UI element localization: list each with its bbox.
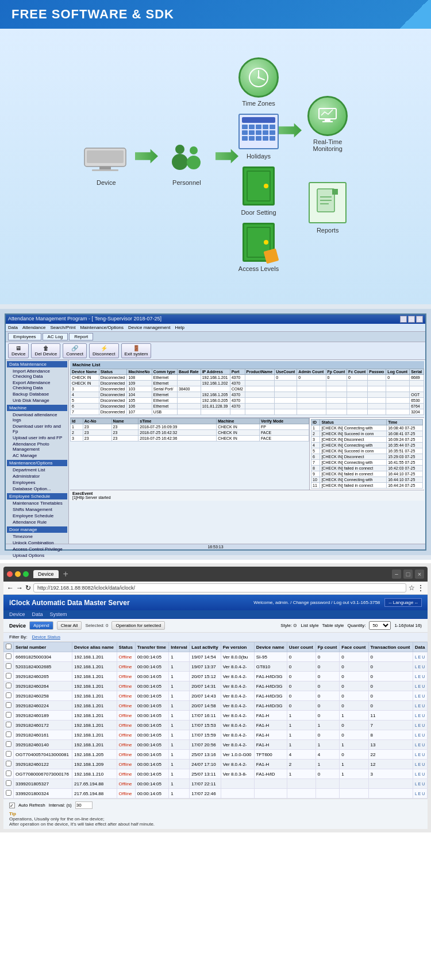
device-row-checkbox[interactable] [4,672,14,681]
nav-more[interactable]: ⋮ [417,584,424,592]
sidebar-upload-user[interactable]: Upload user info and FP [7,435,67,441]
sidebar-timezone[interactable]: Timezone [7,533,67,540]
device-row[interactable]: OGT70400570413000081192.168.1.205Offline… [4,750,428,760]
device-row[interactable]: 3929182460264192.168.1.201Offline00:00:1… [4,681,428,691]
sidebar-employees[interactable]: Employees [7,479,67,486]
browser-minimize[interactable]: − [392,570,401,579]
toolbar-disconnect-btn[interactable]: ⚡ Disconnect [89,343,119,358]
device-row-checkbox[interactable] [4,681,14,691]
nav-forward[interactable]: → [16,584,23,592]
machine-row[interactable]: 5Disconnected105Ethernet192.168.0.205437… [71,398,424,404]
sidebar-download-user[interactable]: Download user info and Fp [7,423,67,435]
menu-help[interactable]: Help [175,325,184,330]
device-row-checkbox[interactable] [4,701,14,711]
tab-aclog[interactable]: AC Log [43,333,68,340]
sidebar-emp-schedule[interactable]: Employee Schedule [7,513,67,519]
event-row[interactable]: 323232018-07-25 16:42:36CHECK INFACE [71,436,309,441]
device-row[interactable]: 3929182460258192.168.1.201Offline00:00:1… [4,691,428,701]
machine-row[interactable]: CHECK INDisconnected108Ethernet192.168.1… [71,375,424,381]
browser-tab[interactable]: Device [33,570,59,578]
sidebar-admin[interactable]: Administrator [7,473,67,479]
win-maximize-btn[interactable]: □ [408,316,415,323]
sidebar-photo-mgmt[interactable]: Attendance Photo Management [7,441,67,452]
toolbar-del-device-btn[interactable]: 🗑 Del Device [31,343,60,358]
sidebar-backup-db[interactable]: Backup Database [7,391,67,397]
tab-report[interactable]: Report [69,333,93,340]
append-btn[interactable]: Append [29,621,53,630]
browser-dot-max[interactable] [23,571,29,577]
device-table-container[interactable]: Serial number Device alias name Status T… [3,642,428,799]
device-row[interactable]: 3399201805327217.65.194.88Offline00:00:1… [4,779,428,789]
tab-employees[interactable]: Employees [8,333,41,340]
url-bar[interactable]: http://192.168.1.88:8082/iclock/data/icl… [33,583,406,592]
device-row-checkbox[interactable] [4,779,14,789]
table-style[interactable]: Table style [322,623,344,628]
list-style[interactable]: List style [301,623,318,628]
sidebar-access-privilege[interactable]: Access Control Privilege [7,546,67,552]
win-close-btn[interactable]: × [416,316,423,323]
machine-row[interactable]: CHECK INDisconnected109Ethernet192.168.1… [71,381,424,386]
device-row-checkbox[interactable] [4,711,14,721]
toolbar-exit-btn[interactable]: 🚪 Exit system [121,343,152,358]
device-row[interactable]: 3929182460161192.168.1.201Offline00:00:1… [4,730,428,740]
select-all-checkbox[interactable] [6,644,11,649]
sidebar-db-option[interactable]: Database Option... [7,486,67,492]
device-row[interactable]: 3929182460172192.168.1.201Offline00:00:1… [4,721,428,730]
device-row[interactable]: 3929182460224192.168.1.201Offline00:00:1… [4,701,428,711]
sidebar-unlock[interactable]: Unlock Combination [7,540,67,546]
device-row-checkbox[interactable] [4,789,14,799]
machine-row[interactable]: 7Disconnected107USB3204 [71,409,424,415]
device-row[interactable]: 66691825000304192.168.1.201Offline00:00:… [4,652,428,662]
device-row-checkbox[interactable] [4,750,14,760]
menu-maintenance[interactable]: Maintenance/Options [80,325,124,330]
device-row-checkbox[interactable] [4,652,14,662]
device-row[interactable]: 3929182460189192.168.1.201Offline00:00:1… [4,711,428,721]
nav-item-data[interactable]: Data [32,611,43,617]
sidebar-export-attendance[interactable]: Export Attendance Checking Data [7,379,67,391]
event-row[interactable]: 123232018-07-25 16:09:39CHECK INFP [71,424,309,430]
toolbar-connect-btn[interactable]: 🔗 Connect [63,343,87,358]
menu-attendance[interactable]: Attendance [22,325,45,330]
interval-input[interactable]: 30 [75,801,93,809]
sidebar-import-attendance[interactable]: Import Attendance Checking Data [7,368,67,379]
sidebar-maintenance-tt[interactable]: Maintenance Timetables [7,500,67,506]
menu-data[interactable]: Data [8,325,18,330]
language-btn[interactable]: -- Language -- [384,598,422,607]
machine-row[interactable]: 4Disconnected104Ethernet192.168.1.205437… [71,392,424,398]
new-tab-btn[interactable]: + [63,569,68,579]
auto-refresh-checkbox[interactable]: ✓ [9,803,15,808]
nav-back[interactable]: ← [7,584,14,592]
browser-dot-min[interactable] [15,571,21,577]
sidebar-dept-list[interactable]: Department List [7,467,67,473]
device-row[interactable]: 3929182460122192.168.1.209Offline00:00:1… [4,760,428,769]
nav-refresh[interactable]: ↻ [25,584,31,592]
nav-star[interactable]: ☆ [409,584,415,592]
machine-row[interactable]: 3Disconnected103Serial Port/38400COM2 [71,386,424,392]
nav-item-system[interactable]: System [50,611,67,617]
sidebar-attendance-rule[interactable]: Attendance Rule [7,519,67,525]
browser-dot-close[interactable] [7,571,13,577]
filter-value[interactable]: Device Status [32,634,60,640]
sidebar-upload-options[interactable]: Upload Options [7,552,67,559]
menu-device-mgmt[interactable]: Device management [128,325,170,330]
device-row-checkbox[interactable] [4,662,14,672]
clear-all-btn[interactable]: Clear All [57,621,82,630]
device-row[interactable]: 3929182460265192.168.1.201Offline00:00:1… [4,672,428,681]
machine-row[interactable]: 6Disconnected106Ethernet101.81.228.39437… [71,404,424,409]
event-row[interactable]: 223232018-07-25 16:42:32CHECK INFACE [71,430,309,436]
menu-search-print[interactable]: Search/Print [50,325,75,330]
device-row[interactable]: 3929182460140192.168.1.201Offline00:00:1… [4,740,428,750]
device-row-checkbox[interactable] [4,730,14,740]
device-row-checkbox[interactable] [4,721,14,730]
sidebar-unb-disk[interactable]: Unb Disk Manage [7,397,67,404]
sidebar-download-logs[interactable]: Download attendance logs [7,412,67,423]
device-row[interactable]: 52031824002685192.168.1.201Offline00:00:… [4,662,428,672]
device-row[interactable]: 3399201800324217.65.194.88Offline00:00:1… [4,789,428,799]
device-row[interactable]: OGT70800067073000176192.168.1.210Offline… [4,769,428,779]
win-minimize-btn[interactable]: _ [400,316,407,323]
browser-restore[interactable]: □ [403,570,413,579]
device-row-checkbox[interactable] [4,740,14,750]
browser-close[interactable]: × [415,570,424,579]
device-row-checkbox[interactable] [4,691,14,701]
machine-table-container[interactable]: Device Name Status MachineNo Comm type B… [70,369,424,415]
